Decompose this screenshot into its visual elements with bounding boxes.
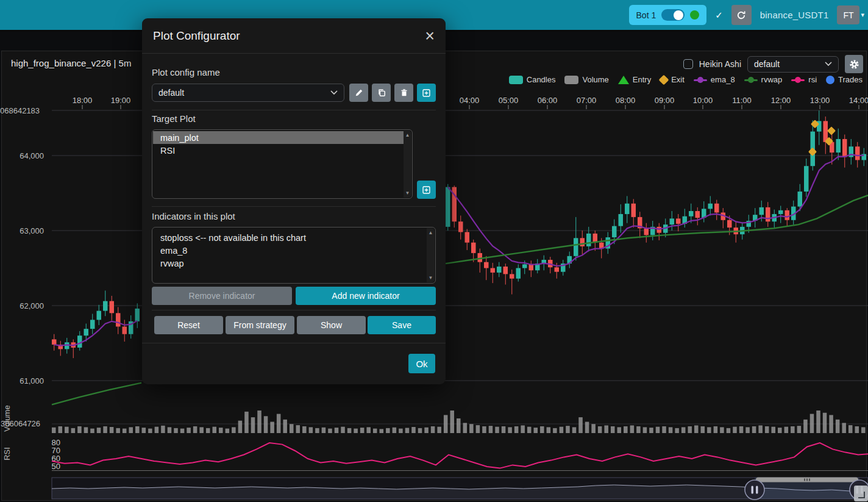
time-axis-label: 04:00 (460, 96, 480, 105)
refresh-button[interactable] (731, 5, 752, 25)
legend-label: Entry (633, 75, 651, 84)
pencil-icon (355, 88, 363, 97)
indicator-option[interactable]: rvwap (153, 257, 427, 270)
add-new-indicator-button[interactable]: Add new indicator (296, 287, 436, 305)
target-plot-option[interactable]: main_plot (153, 131, 404, 144)
delete-config-button[interactable] (394, 84, 413, 102)
user-menu-button[interactable]: FT (837, 5, 859, 24)
y-axis-label: 62,000 (20, 301, 44, 310)
target-plot-option[interactable]: RSI (153, 144, 404, 157)
rsi-line (52, 443, 868, 468)
legend-item-ema_8[interactable]: ema_8 (694, 75, 735, 84)
exit-marker (827, 126, 836, 135)
pair-label: binance_USDT1 (760, 10, 829, 20)
target-plot-label: Target Plot (152, 113, 196, 124)
time-axis-label: 06:00 (538, 96, 558, 105)
modal-title: Plot Configurator (153, 29, 240, 43)
legend-label: Candles (527, 75, 556, 84)
time-axis-label: 12:00 (771, 96, 791, 105)
candles-legend-icon (509, 76, 523, 84)
rsi-axis-title: RSI (2, 447, 12, 461)
legend-item-volume[interactable]: Volume (564, 75, 608, 84)
rsi-legend-icon (791, 76, 805, 84)
trades-legend-icon (826, 76, 834, 84)
legend-item-rvwap[interactable]: rvwap (744, 75, 783, 84)
datazoom-left-handle[interactable] (745, 480, 764, 500)
resize-handle[interactable] (854, 486, 868, 501)
legend-label: rsi (808, 75, 817, 84)
legend-item-trades[interactable]: Trades (826, 75, 863, 84)
indicator-option[interactable]: ema_8 (153, 244, 427, 257)
plot-configurator-modal: Plot Configurator × Plot config name def… (142, 18, 446, 384)
heikin-ashi-label: Heikin Ashi (699, 59, 741, 69)
time-axis-label: 13:00 (810, 96, 830, 105)
config-name-select[interactable]: default (152, 84, 344, 102)
trash-icon (400, 88, 408, 97)
scroll-up-icon[interactable]: ▲ (405, 132, 410, 138)
y-axis-label: 64,000 (20, 151, 44, 160)
chart-header-controls: Heikin Ashi default (683, 55, 863, 73)
legend-label: ema_8 (711, 75, 735, 84)
indicators-label: Indicators in this plot (152, 211, 235, 221)
plus-square-icon (422, 185, 431, 195)
time-axis-label: 07:00 (577, 96, 597, 105)
heikin-ashi-checkbox[interactable] (683, 59, 693, 69)
bot-selector[interactable]: Bot 1 (629, 5, 707, 25)
time-axis-label: 11:00 (732, 96, 752, 105)
volume-legend-icon (564, 76, 578, 84)
rsi-tick-label: 50 (52, 462, 60, 471)
duplicate-config-button[interactable] (372, 84, 391, 102)
y-axis-label: 61,000 (20, 376, 44, 385)
scroll-down-icon[interactable]: ▼ (405, 190, 410, 196)
chart-legend: CandlesVolumeEntryExitema_8rvwaprsiTrade… (509, 75, 863, 84)
time-axis-label: 09:00 (655, 96, 675, 105)
plot-config-select[interactable]: default (747, 56, 839, 73)
volume-axis-title: Volume (2, 405, 12, 431)
indicator-option[interactable]: stoploss <-- not available in this chart (153, 231, 427, 244)
legend-label: Exit (671, 75, 685, 84)
add-subplot-button[interactable] (417, 181, 436, 199)
config-name-select-value: default (158, 88, 184, 98)
ok-button[interactable]: Ok (408, 354, 435, 373)
legend-item-exit[interactable]: Exit (660, 75, 685, 84)
reset-button[interactable]: Reset (154, 316, 223, 334)
refresh-icon (736, 10, 746, 20)
legend-item-entry[interactable]: Entry (618, 75, 651, 84)
time-axis-label: 08:00 (616, 96, 636, 105)
chart-title: high_frog_binance_v226 | 5m (11, 58, 131, 68)
bot-toggle[interactable] (661, 9, 685, 21)
target-plot-list[interactable]: main_plotRSI ▲ ▼ (152, 129, 413, 199)
remove-indicator-button[interactable]: Remove indicator (152, 287, 292, 305)
add-config-button[interactable] (417, 84, 436, 102)
scroll-down-icon[interactable]: ▼ (429, 275, 433, 281)
save-button[interactable]: Save (368, 316, 436, 334)
legend-item-candles[interactable]: Candles (509, 75, 556, 84)
plot-settings-button[interactable] (845, 55, 863, 73)
plus-square-icon (422, 88, 431, 98)
modal-header: Plot Configurator × (142, 18, 446, 54)
legend-item-rsi[interactable]: rsi (791, 75, 817, 84)
legend-label: rvwap (761, 75, 783, 84)
from-strategy-button[interactable]: From strategy (226, 316, 294, 334)
config-name-label: Plot config name (152, 67, 220, 77)
time-axis-label: 14:00 (849, 96, 868, 105)
show-button[interactable]: Show (297, 316, 366, 334)
bot-online-indicator (690, 10, 699, 20)
rvwap-legend-icon (744, 76, 758, 84)
rename-config-button[interactable] (349, 84, 368, 102)
y-axis-label: 068642183 (0, 106, 40, 115)
exit-legend-icon (659, 74, 669, 85)
scrollbar[interactable]: ▲ ▼ (427, 228, 435, 282)
ema_8-legend-icon (694, 76, 707, 84)
scrollbar[interactable]: ▲ ▼ (404, 131, 411, 198)
close-icon[interactable]: × (425, 30, 435, 42)
scroll-up-icon[interactable]: ▲ (429, 230, 433, 235)
copy-icon (377, 88, 386, 97)
time-axis-label: 10:00 (693, 96, 713, 105)
caret-down-icon: ▾ (861, 11, 864, 19)
time-axis-label: 05:00 (499, 96, 519, 105)
time-axis-label: 18:00 (73, 96, 93, 105)
y-axis-label: 63,000 (20, 226, 44, 235)
plot-config-select-value: default (754, 59, 780, 69)
indicators-list[interactable]: stoploss <-- not available in this chart… (152, 227, 436, 284)
